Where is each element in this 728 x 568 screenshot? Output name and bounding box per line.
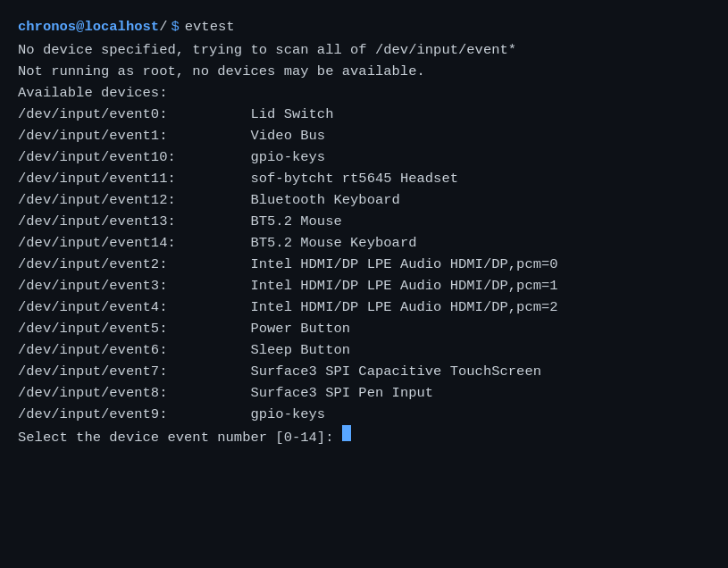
device-line: /dev/input/event0: Lid Switch xyxy=(18,104,710,125)
terminal-window: chronos@localhost / $ evtest No device s… xyxy=(0,0,728,568)
device-path: /dev/input/event8: xyxy=(18,382,250,404)
device-path: /dev/input/event5: xyxy=(18,318,250,339)
device-name: Lid Switch xyxy=(250,104,333,125)
device-name: Intel HDMI/DP LPE Audio HDMI/DP,pcm=0 xyxy=(250,254,557,275)
info-line-3: Available devices: xyxy=(18,82,710,104)
device-line: /dev/input/event2: Intel HDMI/DP LPE Aud… xyxy=(18,254,710,275)
device-name: Intel HDMI/DP LPE Audio HDMI/DP,pcm=1 xyxy=(250,275,557,297)
cursor xyxy=(342,425,351,441)
device-path: /dev/input/event12: xyxy=(18,189,250,211)
device-line: /dev/input/event12: Bluetooth Keyboard xyxy=(18,189,710,211)
device-path: /dev/input/event4: xyxy=(18,297,250,318)
device-name: Sleep Button xyxy=(250,339,350,361)
device-path: /dev/input/event11: xyxy=(18,168,250,189)
device-line: /dev/input/event14: BT5.2 Mouse Keyboard xyxy=(18,232,710,254)
prompt-user: chronos@localhost xyxy=(18,16,159,38)
device-line: /dev/input/event10: gpio-keys xyxy=(18,146,710,168)
device-line: /dev/input/event8: Surface3 SPI Pen Inpu… xyxy=(18,382,710,404)
device-name: BT5.2 Mouse xyxy=(250,211,341,232)
device-name: Intel HDMI/DP LPE Audio HDMI/DP,pcm=2 xyxy=(250,297,557,318)
device-path: /dev/input/event2: xyxy=(18,254,250,275)
device-line: /dev/input/event7: Surface3 SPI Capaciti… xyxy=(18,361,710,382)
device-name: Video Bus xyxy=(250,125,325,146)
info-line-1: No device specified, trying to scan all … xyxy=(18,39,710,61)
prompt-dollar: $ xyxy=(171,16,179,38)
device-name: Bluetooth Keyboard xyxy=(250,189,399,211)
device-name: gpio-keys xyxy=(250,404,325,425)
prompt-line: chronos@localhost / $ evtest xyxy=(18,16,710,38)
device-name: Surface3 SPI Capacitive TouchScreen xyxy=(250,361,541,382)
device-path: /dev/input/event14: xyxy=(18,232,250,254)
device-name: sof-bytcht rt5645 Headset xyxy=(250,168,458,189)
device-line: /dev/input/event13: BT5.2 Mouse xyxy=(18,211,710,232)
device-line: /dev/input/event9: gpio-keys xyxy=(18,404,710,425)
device-line: /dev/input/event5: Power Button xyxy=(18,318,710,339)
device-path: /dev/input/event9: xyxy=(18,404,250,425)
device-path: /dev/input/event13: xyxy=(18,211,250,232)
device-name: gpio-keys xyxy=(250,146,325,168)
device-line: /dev/input/event1: Video Bus xyxy=(18,125,710,146)
device-path: /dev/input/event0: xyxy=(18,104,250,125)
device-path: /dev/input/event6: xyxy=(18,339,250,361)
device-name: Surface3 SPI Pen Input xyxy=(250,382,433,404)
device-line: /dev/input/event11: sof-bytcht rt5645 He… xyxy=(18,168,710,189)
device-name: BT5.2 Mouse Keyboard xyxy=(250,232,416,254)
device-list: /dev/input/event0: Lid Switch/dev/input/… xyxy=(18,104,710,425)
device-path: /dev/input/event10: xyxy=(18,146,250,168)
device-line: /dev/input/event3: Intel HDMI/DP LPE Aud… xyxy=(18,275,710,297)
device-name: Power Button xyxy=(250,318,350,339)
select-line: Select the device event number [0-14]: xyxy=(18,425,710,448)
device-path: /dev/input/event1: xyxy=(18,125,250,146)
prompt-separator: / xyxy=(159,16,167,38)
device-line: /dev/input/event4: Intel HDMI/DP LPE Aud… xyxy=(18,297,710,318)
device-line: /dev/input/event6: Sleep Button xyxy=(18,339,710,361)
prompt-command: evtest xyxy=(185,16,235,38)
select-prompt-text: Select the device event number [0-14]: xyxy=(18,427,342,448)
device-path: /dev/input/event7: xyxy=(18,361,250,382)
info-line-2: Not running as root, no devices may be a… xyxy=(18,61,710,82)
device-path: /dev/input/event3: xyxy=(18,275,250,297)
